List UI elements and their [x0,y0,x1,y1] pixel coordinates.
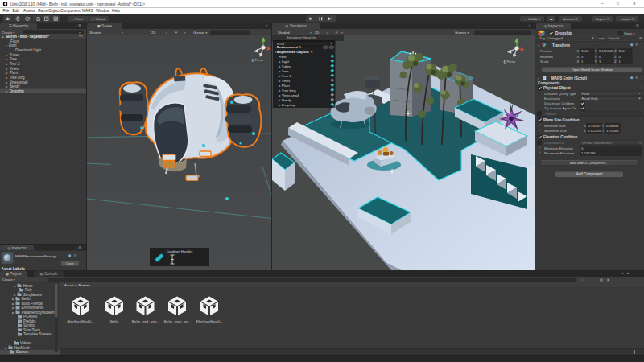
svg-text:❮ Persp: ❮ Persp [251,58,264,62]
svg-text:Condition Handles: Condition Handles [167,249,193,253]
svg-text:❮ Persp: ❮ Persp [503,60,516,64]
